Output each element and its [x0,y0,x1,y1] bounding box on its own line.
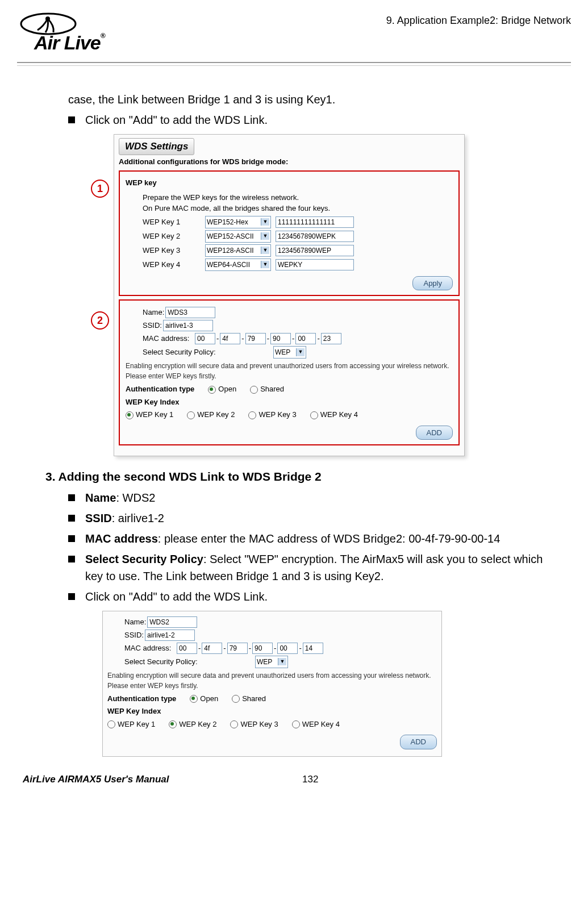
wep-note-1: Prepare the WEP keys for the wireless ne… [143,192,453,203]
chevron-down-icon: ▼ [261,261,269,269]
wds-entry-box: Name: WDS3 SSID: airlive1-3 MAC address:… [119,299,460,445]
bullet-mac: MAC address: please enter the MAC addres… [85,530,500,547]
security-policy-label: Select Security Policy: [143,347,273,358]
wepkey4-value-input[interactable]: WEPKY [276,259,354,270]
panel-subtitle: Additional configurations for WDS bridge… [119,156,460,168]
wep-note-2: On Pure MAC mode, all the bridges shared… [143,203,453,214]
ssid-label: SSID: [143,320,162,331]
auth-open-radio[interactable] [208,386,216,394]
chevron-down-icon: ▼ [296,348,305,356]
add-button[interactable]: ADD [400,735,437,749]
chevron-down-icon: ▼ [261,232,269,240]
chevron-down-icon: ▼ [261,218,269,226]
header-divider-2 [17,65,571,66]
security-policy-select[interactable]: WEP▼ [273,346,306,359]
keyidx-1-radio[interactable] [126,411,134,419]
auth-shared-label: Shared [242,694,266,703]
keyidx-4-label: WEP Key 4 [320,410,358,419]
keyidx-4-radio[interactable] [292,720,300,728]
mac-input-6[interactable]: 23 [321,333,341,344]
name-label: Name: [143,307,164,318]
logo-text: Air Live® [34,32,105,54]
keyidx-2-radio[interactable] [169,720,177,728]
keyidx-2-label: WEP Key 2 [179,720,216,728]
logo: Air Live® [17,11,165,60]
wepkey1-value-input[interactable]: 111111111111111 [276,216,354,228]
auth-type-label: Authentication type [107,693,176,705]
auth-type-label: Authentication type [126,384,194,395]
encryption-note: Enabling encryption will secure data and… [126,361,453,381]
auth-shared-radio[interactable] [232,695,240,703]
auth-open-label: Open [200,694,218,703]
keyidx-1-label: WEP Key 1 [136,410,173,419]
bullet-security: Select Security Policy: Select "WEP" enc… [85,551,560,585]
mac-input-2[interactable]: 4f [220,333,240,344]
bullet-icon [68,535,75,542]
keyidx-2-label: WEP Key 2 [197,410,235,419]
wepkey2-value-input[interactable]: 1234567890WEPK [276,231,354,242]
wep-key-index-label: WEP Key Index [107,707,161,715]
mac-input-4[interactable]: 90 [252,643,273,654]
mac-input-4[interactable]: 90 [270,333,291,344]
keyidx-3-radio[interactable] [230,720,238,728]
bullet-icon [68,556,75,562]
wds2-entry-panel: Name: WDS2 SSID: airlive1-2 MAC address:… [102,611,442,757]
auth-shared-radio[interactable] [250,386,258,394]
apply-button[interactable]: Apply [412,276,453,291]
auth-open-label: Open [218,385,236,393]
bullet-icon [68,116,75,123]
keyidx-3-label: WEP Key 3 [240,720,278,728]
wepkey4-type-select[interactable]: WEP64-ASCII▼ [205,259,271,271]
footer-manual-title: AirLive AIRMAX5 User's Manual [23,774,169,785]
keyidx-4-radio[interactable] [310,411,318,419]
ssid-input[interactable]: airlive1-3 [163,320,213,331]
add-button[interactable]: ADD [416,426,453,440]
wepkey3-type-select[interactable]: WEP128-ASCII▼ [205,244,271,257]
wep-key-box: WEP key Prepare the WEP keys for the wir… [119,170,460,296]
ssid-input[interactable]: airlive1-2 [145,630,195,641]
keyidx-1-radio[interactable] [107,720,115,728]
name-input[interactable]: WDS2 [147,616,197,628]
mac-input-5[interactable]: 00 [295,333,316,344]
footer-page-number: 132 [302,774,318,785]
name-input[interactable]: WDS3 [165,307,215,318]
ssid-label: SSID: [124,630,144,641]
mac-input-3[interactable]: 79 [245,333,266,344]
mac-input-1[interactable]: 00 [195,333,215,344]
wepkey2-type-select[interactable]: WEP152-ASCII▼ [205,230,271,243]
wepkey3-value-input[interactable]: 1234567890WEP [276,245,354,256]
callout-1: 1 [91,180,109,198]
security-policy-select[interactable]: WEP▼ [255,656,288,668]
mac-label: MAC address: [143,333,194,344]
intro-text: case, the Link between Bridge 1 and 3 is… [68,91,560,108]
mac-input-1[interactable]: 00 [177,643,197,654]
bullet-name: Name: WDS2 [85,489,155,506]
bullet-text: Click on "Add" to add the WDS Link. [85,111,268,128]
step-3-heading: 3. Adding the second WDS Link to WDS Bri… [45,468,560,486]
wep-section-label: WEP key [126,177,453,189]
mac-input-5[interactable]: 00 [277,643,298,654]
panel-title: WDS Settings [119,138,194,155]
wepkey1-type-select[interactable]: WEP152-Hex▼ [205,216,271,228]
wepkey1-label: WEP Key 1 [143,216,205,228]
callout-2: 2 [91,311,109,330]
encryption-note: Enabling encryption will secure data and… [107,670,437,691]
wepkey3-label: WEP Key 3 [143,245,205,256]
wepkey4-label: WEP Key 4 [143,259,205,270]
mac-input-2[interactable]: 4f [202,643,222,654]
wep-key-index-label: WEP Key Index [126,398,179,406]
mac-input-6[interactable]: 14 [303,643,323,654]
mac-label: MAC address: [124,643,176,654]
security-policy-label: Select Security Policy: [124,656,255,668]
mac-input-3[interactable]: 79 [227,643,248,654]
auth-shared-label: Shared [260,385,284,393]
chevron-down-icon: ▼ [261,247,269,255]
chevron-down-icon: ▼ [278,658,286,666]
auth-open-radio[interactable] [190,695,198,703]
keyidx-2-radio[interactable] [187,411,195,419]
bullet-click-add-2: Click on "Add" to add the WDS Link. [85,588,268,605]
keyidx-3-radio[interactable] [248,411,256,419]
wds-settings-panel: WDS Settings Additional configurations f… [114,134,465,456]
keyidx-4-label: WEP Key 4 [302,720,340,728]
bullet-icon [68,593,75,600]
